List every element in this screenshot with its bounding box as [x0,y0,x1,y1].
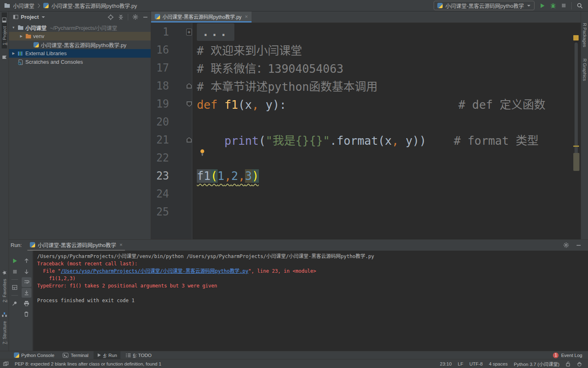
editor-tab[interactable]: 小闫课堂-黑客云源码网pytho教学.py × [151,11,252,22]
stop-button[interactable] [10,267,20,276]
console-line: Process finished with exit code 1 [37,297,588,304]
line-number: 16 [151,44,169,56]
tree-expand-arrow-icon[interactable]: ▶ [18,34,24,38]
hector-icon[interactable] [577,361,582,367]
stripe-tab-7-structure[interactable]: 7: Structure [2,307,7,348]
editor-line[interactable]: 18# 本章节讲述python函数基本调用 [151,77,581,95]
toolwindow-tab-label: Python Console [21,353,54,358]
editor-line[interactable]: 16# 欢迎来到小闫课堂 [151,41,581,59]
status-widget[interactable]: UTF-8 [470,361,483,366]
softwrap-icon [24,279,29,285]
status-widget[interactable]: 4 spaces [489,361,508,366]
tree-row[interactable]: Scratches and Consoles [9,58,151,66]
status-widget[interactable]: LF [458,361,463,366]
collapse-all-icon[interactable] [118,14,124,20]
project-panel-header: Project [9,11,151,22]
editor-line[interactable]: 17# 联系微信：13904054063 [151,59,581,77]
close-icon[interactable]: × [120,242,123,248]
breadcrumb-file[interactable]: 小闫课堂-黑客云源码网pytho教学.py [51,2,137,9]
code-text: f1(1,2,3) [192,169,259,183]
toolwindow-tab-terminal[interactable]: Terminal [59,351,91,359]
lock-icon[interactable] [566,361,570,367]
stripe-tab-label: 7: Structure [2,321,7,344]
stop-button[interactable] [561,3,566,8]
line-number: 20 [151,116,169,128]
fold-region-icon[interactable] [187,137,192,143]
editor-line[interactable]: 24 [151,185,581,203]
editor-scrollbar-track[interactable] [575,43,578,171]
breadcrumb-project[interactable]: 小闫课堂 [13,2,34,9]
fold-expand-icon[interactable]: + [186,29,192,36]
scratches-icon [18,59,23,65]
tree-row[interactable]: ▶venv [9,32,151,40]
chevron-down-icon[interactable] [41,16,45,19]
tool-window-switcher-icon[interactable] [3,361,9,367]
status-widget[interactable]: Python 3.7 (小闫课堂) [514,361,559,367]
gear-icon[interactable] [132,14,138,20]
minimize-icon[interactable] [576,242,581,248]
run-button[interactable] [539,3,545,9]
project-panel-title[interactable]: Project [21,14,39,20]
warning-stripe-mark[interactable] [573,146,579,147]
up-icon [24,258,29,264]
editor-line[interactable]: 1+... [151,23,581,41]
printer-button[interactable] [22,298,31,308]
python-file-icon [437,3,443,8]
tree-row[interactable]: ▶External Libraries [9,49,151,58]
tree-row[interactable]: ▼小闫课堂~/PycharmProjects/小闫课堂 [9,23,151,32]
search-everywhere-button[interactable] [577,2,583,9]
toolwindow-tab-6-todo[interactable]: 6: TODO [122,351,155,359]
folder-icon [18,25,24,30]
editor-line[interactable]: 23f1(1,2,3) [151,167,581,185]
tree-expand-arrow-icon[interactable]: ▶ [10,52,17,55]
debug-button[interactable] [550,2,556,9]
editor-body[interactable]: 1+...16# 欢迎来到小闫课堂17# 联系微信：1390405406318#… [151,23,581,239]
minimize-icon[interactable] [143,14,148,20]
trash-button[interactable] [22,309,31,319]
favorites-star-icon [2,270,7,275]
fold-region-icon[interactable] [187,83,192,89]
editor-line[interactable]: 25 [151,203,581,221]
editor-line[interactable]: 22 [151,149,581,167]
scrollend-button[interactable] [22,288,31,298]
stripe-tab-2-favorites[interactable]: 2: Favorites [2,265,7,305]
todo-icon [125,352,131,358]
event-log-widget[interactable]: 1 Event Log [553,352,588,358]
editor-line[interactable]: 19def f1(x, y): # def 定义函数 [151,95,581,113]
tool-window-tabs: Python ConsoleTerminal4: Run6: TODO [0,351,155,359]
console-line: f1(1,2,3) [37,275,588,282]
locate-icon[interactable] [107,14,114,20]
run-configuration-select[interactable]: 小闫课堂-黑客云源码网pytho教学 [434,1,535,10]
down-button[interactable] [22,267,31,276]
project-panel-toolbar [107,14,148,20]
stripe-bottom: 2: Favorites7: Structure [0,264,9,351]
editor-scrollbar-thumb[interactable] [573,153,579,171]
rerun-button[interactable] [10,256,20,266]
up-button[interactable] [22,256,31,266]
toolwindow-tab-python-console[interactable]: Python Console [11,351,58,359]
pin-button[interactable] [10,298,20,308]
stripe-tab-r-packages[interactable]: R Packages [582,23,587,47]
layout-button[interactable] [10,283,20,292]
editor-line[interactable]: 21 print("我是{}{}".format(x, y)) # format… [151,131,581,149]
tree-expand-arrow-icon[interactable]: ▼ [10,26,17,29]
run-tab[interactable]: 小闫课堂-黑客云源码网pytho教学 × [27,240,125,251]
close-icon[interactable]: × [245,13,248,20]
inspection-status-indicator[interactable] [573,35,579,40]
intention-bulb-icon[interactable] [199,149,205,156]
pycharm-window: 小闫课堂 小闫课堂-黑客云源码网pytho教学.py 小闫课堂-黑客云源码网py… [0,0,588,368]
code-text: print("我是{}{}".format(x, y)) # format 类型 [192,132,539,148]
softwrap-button[interactable] [22,277,31,287]
stripe-tab-r-graphics[interactable]: R Graphics [582,58,587,81]
tree-row[interactable]: 小闫课堂-黑客云源码网pytho教学.py [9,40,151,49]
editor-line[interactable]: 20 [151,113,581,131]
gear-icon[interactable] [563,242,569,248]
stack-trace-link[interactable]: /Users/ysp/PycharmProjects/小闫课堂/小闫课堂-黑客云… [61,268,248,274]
stripe-tab-icon[interactable] [2,50,7,65]
run-console-output[interactable]: /Users/ysp/PycharmProjects/小闫课堂/venv/bin… [33,251,588,351]
notification-badge: 1 [553,352,559,358]
fold-region-icon[interactable] [187,101,192,107]
toolwindow-tab-4-run[interactable]: 4: Run [94,351,120,359]
status-widget[interactable]: 23:10 [440,361,452,366]
stripe-tab-1-project[interactable]: 1: Project [2,12,7,48]
